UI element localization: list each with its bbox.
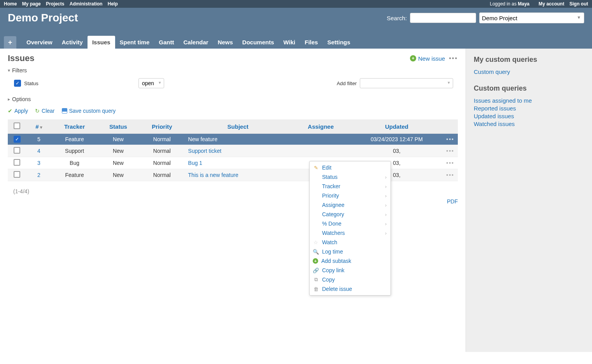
sidebar-updated-issues[interactable]: Updated issues — [474, 113, 584, 119]
blank-icon — [313, 202, 319, 208]
row-checkbox[interactable]: ✓ — [14, 136, 21, 143]
context-menu-watch[interactable]: ☆ Watch — [310, 238, 391, 247]
cell-status: New — [98, 157, 139, 169]
issue-subject-link[interactable]: Bug 1 — [188, 160, 203, 166]
table-row[interactable]: 4 Support New Normal Support ticket 03, … — [8, 145, 458, 157]
context-menu-delete-issue[interactable]: 🗑 Delete issue — [310, 284, 391, 294]
context-menu-priority[interactable]: Priority › — [310, 191, 391, 200]
new-issue-link[interactable]: + New issue — [410, 55, 445, 62]
tab-news[interactable]: News — [213, 36, 238, 49]
tab-add-button[interactable]: + — [4, 36, 16, 49]
cell-priority: Normal — [139, 157, 185, 169]
context-menu--done[interactable]: % Done › — [310, 219, 391, 228]
row-checkbox[interactable] — [14, 147, 20, 154]
row-checkbox[interactable] — [14, 171, 20, 178]
row-actions-button[interactable]: ••• — [443, 157, 458, 169]
issue-subject-link[interactable]: New feature — [188, 136, 217, 142]
row-actions-button[interactable]: ••• — [443, 145, 458, 157]
context-menu-add-subtask[interactable]: + Add subtask — [310, 256, 391, 266]
cell-updated: 03/24/2023 12:47 PM — [351, 134, 443, 145]
page-title: Issues — [8, 53, 35, 63]
issue-id-link[interactable]: 2 — [37, 172, 40, 178]
sidebar-watched-issues[interactable]: Watched issues — [474, 121, 584, 127]
col-tracker[interactable]: Tracker — [51, 119, 97, 134]
row-actions-button[interactable]: ••• — [443, 134, 458, 145]
tab-overview[interactable]: Overview — [22, 36, 57, 49]
issue-subject-link[interactable]: Support ticket — [188, 148, 222, 154]
nav-projects[interactable]: Projects — [46, 1, 64, 7]
col-updated[interactable]: Updated — [351, 119, 443, 134]
chevron-right-icon: › — [385, 230, 387, 236]
issue-id-link[interactable]: 3 — [37, 160, 40, 166]
context-menu-label: Copy — [322, 276, 387, 283]
clear-button[interactable]: ↻ Clear — [35, 108, 54, 114]
status-filter-checkbox[interactable]: ✓ — [14, 80, 21, 87]
nav-home[interactable]: Home — [4, 1, 17, 7]
tab-settings[interactable]: Settings — [322, 36, 355, 49]
nav-my-page[interactable]: My page — [22, 1, 41, 7]
col-status[interactable]: Status — [98, 119, 139, 134]
chevron-right-icon: › — [385, 212, 387, 217]
tab-documents[interactable]: Documents — [238, 36, 279, 49]
context-menu-tracker[interactable]: Tracker › — [310, 182, 391, 191]
row-actions-button[interactable]: ••• — [443, 169, 458, 181]
context-menu-assignee[interactable]: Assignee › — [310, 200, 391, 210]
context-menu-log-time[interactable]: 🔍 Log time — [310, 247, 391, 256]
tab-issues[interactable]: Issues — [88, 36, 115, 49]
context-menu-copy-link[interactable]: 🔗 Copy link — [310, 266, 391, 275]
copylink-icon: 🔗 — [313, 267, 319, 273]
plus-circle-icon: + — [410, 55, 416, 61]
filters-legend[interactable]: ▾ Filters — [8, 67, 458, 74]
table-row[interactable]: ✓ 5 Feature New Normal New feature 03/24… — [8, 134, 458, 145]
status-filter-operator[interactable]: open — [138, 78, 164, 88]
tab-activity[interactable]: Activity — [57, 36, 88, 49]
nav-help[interactable]: Help — [108, 1, 118, 7]
col-subject[interactable]: Subject — [185, 119, 291, 134]
plus-icon: + — [313, 258, 318, 264]
context-menu-edit[interactable]: ✎ Edit — [310, 163, 391, 172]
tab-wiki[interactable]: Wiki — [279, 36, 300, 49]
custom-queries-title: Custom queries — [474, 84, 584, 93]
sidebar-reported-issues[interactable]: Reported issues — [474, 105, 584, 112]
context-menu-label: Add subtask — [321, 258, 387, 264]
sidebar-custom-query[interactable]: Custom query — [474, 68, 584, 75]
issue-id-link[interactable]: 5 — [37, 136, 40, 142]
reload-icon: ↻ — [35, 108, 40, 114]
save-query-button[interactable]: Save custom query — [62, 108, 116, 114]
col-priority[interactable]: Priority — [139, 119, 185, 134]
tab-calendar[interactable]: Calendar — [179, 36, 213, 49]
add-filter-select[interactable] — [360, 78, 453, 88]
col-assignee[interactable]: Assignee — [291, 119, 351, 134]
options-legend[interactable]: ▸ Options — [8, 96, 458, 102]
tab-gantt[interactable]: Gantt — [154, 36, 179, 49]
nav-sign-out[interactable]: Sign out — [569, 1, 588, 7]
col-id[interactable]: #▾ — [26, 119, 51, 134]
sidebar-issues-assigned[interactable]: Issues assigned to me — [474, 97, 584, 104]
more-actions-button[interactable]: ••• — [449, 55, 458, 62]
project-title: Demo Project — [4, 12, 78, 24]
tab-spent-time[interactable]: Spent time — [115, 36, 154, 49]
select-all-checkbox[interactable] — [14, 122, 20, 129]
my-custom-queries-title: My custom queries — [474, 56, 584, 64]
issue-subject-link[interactable]: This is a new feature — [188, 172, 238, 178]
issue-id-link[interactable]: 4 — [37, 148, 40, 154]
nav-my-account[interactable]: My account — [539, 1, 564, 7]
context-menu-watchers[interactable]: Watchers › — [310, 228, 391, 238]
nav-administration[interactable]: Administration — [70, 1, 103, 7]
export-pdf-link[interactable]: PDF — [447, 198, 458, 205]
tab-files[interactable]: Files — [300, 36, 322, 49]
chevron-right-icon: › — [385, 174, 387, 180]
context-menu-category[interactable]: Category › — [310, 210, 391, 219]
search-input[interactable] — [410, 13, 476, 23]
apply-button[interactable]: ✔ Apply — [8, 108, 28, 114]
cell-status: New — [98, 169, 139, 181]
context-menu-copy[interactable]: ⧉ Copy — [310, 275, 391, 284]
context-menu-label: Watchers — [322, 230, 382, 236]
context-menu-status[interactable]: Status › — [310, 172, 391, 182]
cell-priority: Normal — [139, 145, 185, 157]
project-select[interactable]: Demo Project — [479, 12, 584, 23]
status-filter-label: Status — [24, 80, 39, 86]
row-checkbox[interactable] — [14, 159, 20, 166]
content: Issues + New issue ••• ▾ Filters ✓ Statu… — [0, 49, 466, 352]
pencil-icon: ✎ — [313, 164, 319, 171]
